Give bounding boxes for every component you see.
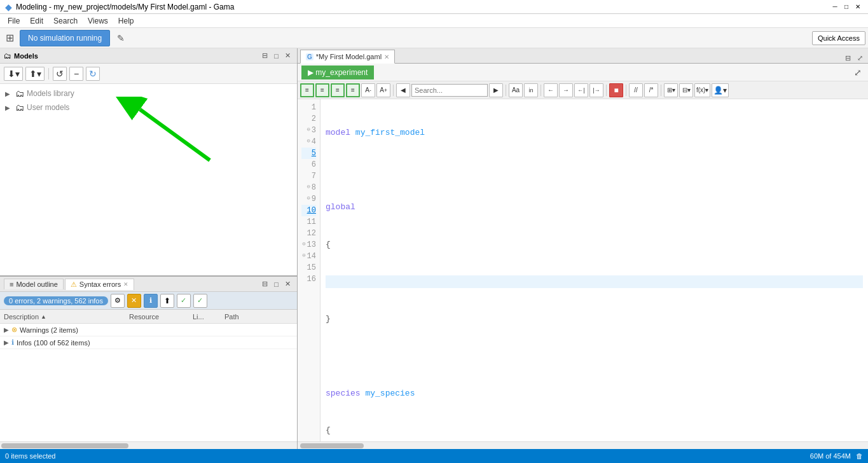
code-line-1: model my_first_model bbox=[326, 127, 863, 139]
indent-right-button[interactable]: |→ bbox=[589, 83, 603, 97]
line-num-13: ⊖13 bbox=[301, 239, 316, 251]
refresh-button[interactable]: ↺ bbox=[53, 67, 67, 81]
code-line-9: { bbox=[326, 424, 863, 437]
indent-left-button[interactable]: ←| bbox=[574, 83, 588, 97]
editor-tab-model[interactable]: G *My First Model.gaml ✕ bbox=[300, 50, 395, 64]
tree-label-user-models: User models bbox=[27, 103, 69, 112]
horizontal-scrollbar-right[interactable] bbox=[298, 441, 868, 449]
code-editor[interactable]: 1 2 ⊖3 ⊖4 5 6 7 ⊖8 ⊖9 10 11 12 ⊖13 ⊖14 1… bbox=[298, 99, 868, 441]
experiment-expand-button[interactable]: ⤢ bbox=[851, 67, 864, 78]
menu-file[interactable]: File bbox=[3, 15, 25, 27]
tree-item-models-library[interactable]: ▶ 🗂 Models library bbox=[0, 86, 297, 100]
errors-export-button[interactable]: ⬆ bbox=[160, 294, 174, 308]
run-experiment-button[interactable]: ▶ my_experiment bbox=[301, 66, 374, 79]
list-view-1-button[interactable]: ≡ bbox=[300, 83, 314, 97]
nav-back-button[interactable]: ◀ bbox=[396, 83, 410, 97]
col-line-header: Li... bbox=[189, 313, 221, 321]
maximize-button[interactable]: □ bbox=[841, 2, 851, 12]
errors-check-button[interactable]: ✓ bbox=[177, 294, 191, 308]
line-num-16: 16 bbox=[301, 273, 316, 285]
list-view-2-button[interactable]: ≡ bbox=[315, 83, 329, 97]
upload-button[interactable]: ⬆▾ bbox=[25, 67, 45, 81]
sync-button[interactable]: ↻ bbox=[86, 67, 100, 81]
resource-label: Resource bbox=[129, 313, 159, 321]
bottom-panel: ≡ Model outline ⚠ Syntax errors ✕ ⊟ □ ✕ bbox=[0, 276, 297, 441]
bottom-close-button[interactable]: ✕ bbox=[282, 279, 293, 289]
download-button[interactable]: ⬇▾ bbox=[4, 67, 23, 81]
regex-button[interactable]: in bbox=[524, 83, 538, 97]
tab-model-outline-label: Model outline bbox=[16, 280, 57, 288]
perspective-button[interactable]: ⊞ bbox=[3, 31, 17, 46]
arrow-left-button[interactable]: ← bbox=[544, 83, 558, 97]
syntax-errors-icon: ⚠ bbox=[71, 280, 77, 289]
col-description-header: Description ▲ bbox=[0, 313, 125, 321]
code-line-7 bbox=[326, 350, 863, 363]
font-increase-button[interactable]: A+ bbox=[376, 83, 390, 97]
menu-search[interactable]: Search bbox=[48, 15, 83, 27]
maximize-panel-button[interactable]: □ bbox=[272, 51, 281, 60]
block-comment-button[interactable]: /* bbox=[644, 83, 658, 97]
minimize-panel-button[interactable]: ⊟ bbox=[259, 51, 270, 60]
errors-settings-button[interactable]: ⚙ bbox=[111, 294, 125, 308]
info-icon: ℹ bbox=[11, 338, 14, 347]
errors-table: Description ▲ Resource Li... Path ▶ ⊗ bbox=[0, 310, 297, 441]
models-header-left: 🗂 Models bbox=[4, 52, 38, 60]
arrow-right-button[interactable]: → bbox=[559, 83, 573, 97]
experiment-bar: ▶ my_experiment ⤢ bbox=[298, 64, 868, 81]
menu-help[interactable]: Help bbox=[113, 15, 139, 27]
bookmark-button[interactable]: ✎ bbox=[113, 31, 129, 46]
list-view-3-button[interactable]: ≡ bbox=[331, 83, 345, 97]
warning-icon: ⊗ bbox=[11, 326, 17, 334]
errors-filter-infos-button[interactable]: ℹ bbox=[144, 294, 158, 308]
list-view-4-button[interactable]: ≡ bbox=[346, 83, 360, 97]
error-row-infos[interactable]: ▶ ℹ Infos (100 of 562 items) bbox=[0, 336, 297, 349]
editor-maximize-button[interactable]: ⤢ bbox=[855, 53, 865, 63]
font-decrease-button[interactable]: A- bbox=[361, 83, 375, 97]
line-num-15: 15 bbox=[301, 262, 316, 273]
statusbar-right: 60M of 454M 🗑 bbox=[810, 452, 863, 460]
nav-forward-button[interactable]: ▶ bbox=[489, 83, 503, 97]
horizontal-scrollbar-left[interactable] bbox=[0, 441, 297, 449]
bottom-header: ≡ Model outline ⚠ Syntax errors ✕ ⊟ □ ✕ bbox=[0, 277, 297, 292]
errors-filter-warnings-button[interactable]: ✕ bbox=[127, 294, 141, 308]
line-num-6: 6 bbox=[301, 159, 316, 170]
aa-button[interactable]: Aa bbox=[509, 83, 523, 97]
expand-icon: ▶ bbox=[5, 90, 13, 97]
memory-usage: 60M of 454M bbox=[810, 452, 851, 460]
simulation-button[interactable]: No simulation running bbox=[20, 30, 110, 46]
close-panel-button[interactable]: ✕ bbox=[282, 51, 293, 60]
errors-badge: 0 errors, 2 warnings, 562 infos bbox=[4, 296, 108, 305]
error-row-warnings[interactable]: ▶ ⊗ Warnings (2 items) bbox=[0, 324, 297, 336]
description-label: Description bbox=[4, 313, 39, 321]
infos-label: Infos (100 of 562 items) bbox=[17, 339, 121, 347]
statusbar: 0 items selected 60M of 454M 🗑 bbox=[0, 449, 868, 463]
stop-button[interactable]: ■ bbox=[609, 83, 623, 97]
errors-validate-button[interactable]: ✓ bbox=[193, 294, 207, 308]
titlebar-title: Modeling - my_new_project/models/My Firs… bbox=[16, 3, 234, 11]
template-menu-button[interactable]: ⊟▾ bbox=[679, 83, 693, 97]
models-header-right: ⊟ □ ✕ bbox=[259, 51, 293, 60]
line-comment-button[interactable]: // bbox=[629, 83, 643, 97]
agent-menu-button[interactable]: 👤▾ bbox=[712, 83, 729, 97]
insert-menu-button[interactable]: ⊞▾ bbox=[664, 83, 678, 97]
editor-minimize-button[interactable]: ⊟ bbox=[843, 53, 853, 63]
search-input[interactable] bbox=[411, 84, 488, 97]
menu-edit[interactable]: Edit bbox=[25, 15, 48, 27]
errors-columns: Description ▲ Resource Li... Path bbox=[0, 310, 297, 324]
expand-infos-icon: ▶ bbox=[4, 339, 11, 346]
tree-item-user-models[interactable]: ▶ 🗂 User models bbox=[0, 100, 297, 114]
collapse-button[interactable]: − bbox=[69, 67, 83, 81]
tab-close-icon[interactable]: ✕ bbox=[123, 281, 128, 287]
editor-tab-close-icon[interactable]: ✕ bbox=[384, 53, 389, 60]
quick-access-button[interactable]: Quick Access bbox=[812, 31, 865, 45]
left-panel: 🗂 Models ⊟ □ ✕ ⬇▾ ⬆▾ ↺ − ↻ bbox=[0, 48, 298, 449]
bottom-maximize-button[interactable]: □ bbox=[272, 279, 281, 289]
tab-model-outline[interactable]: ≡ Model outline bbox=[4, 279, 64, 289]
code-content[interactable]: model my_first_model global { } species … bbox=[320, 99, 868, 441]
function-menu-button[interactable]: f(x)▾ bbox=[694, 83, 710, 97]
menu-views[interactable]: Views bbox=[83, 15, 113, 27]
close-button[interactable]: ✕ bbox=[853, 2, 863, 12]
tab-syntax-errors[interactable]: ⚠ Syntax errors ✕ bbox=[65, 279, 134, 290]
minimize-button[interactable]: ─ bbox=[830, 2, 840, 12]
bottom-minimize-button[interactable]: ⊟ bbox=[259, 279, 270, 289]
